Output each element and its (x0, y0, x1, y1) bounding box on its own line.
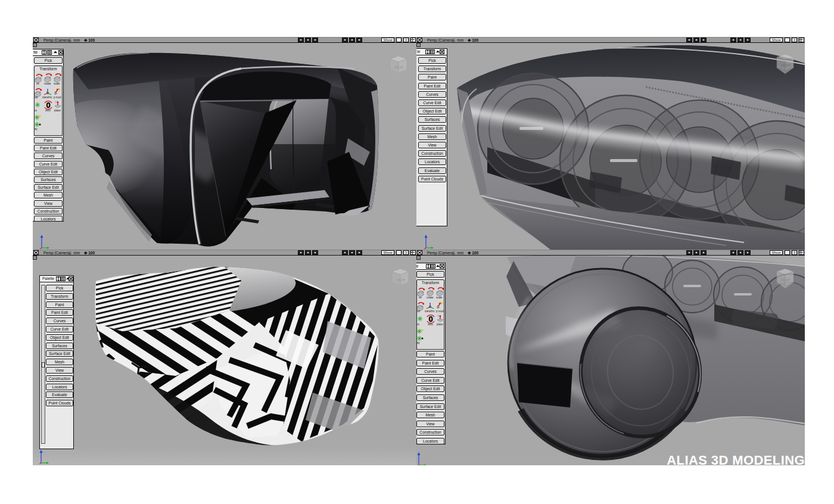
svg-text:ve: ve (419, 296, 422, 299)
svg-text:ay: ay (417, 341, 421, 344)
svg-text:ve: ve (36, 82, 39, 85)
svg-text:transfrm: transfrm (425, 310, 435, 313)
svg-text:place: place (54, 109, 61, 112)
svg-text:zero: zero (45, 109, 51, 112)
svg-text:scale: scale (54, 82, 60, 85)
svg-text:rotate: rotate (44, 82, 51, 85)
svg-text:transfrm: transfrm (42, 96, 52, 99)
svg-text:0: 0 (46, 101, 50, 110)
svg-text:scale: scale (436, 296, 443, 299)
svg-text:FRONT: FRONT (396, 279, 406, 282)
svg-text:ot: ot (417, 323, 420, 326)
svg-text:zero: zero (428, 323, 433, 326)
svg-text:ay: ay (35, 127, 38, 130)
svg-text:p mod: p mod (54, 96, 61, 99)
svg-text:rotate: rotate (427, 296, 434, 299)
svg-text:0: 0 (428, 315, 432, 323)
svg-text:place: place (437, 323, 443, 326)
svg-text:FRONT: FRONT (781, 279, 791, 282)
svg-text:FRONT: FRONT (781, 64, 791, 67)
svg-text:ot: ot (35, 109, 38, 112)
svg-text:p mod: p mod (436, 310, 444, 313)
svg-text:sd: sd (35, 96, 38, 99)
svg-text:sd: sd (417, 310, 420, 313)
svg-text:FRONT: FRONT (394, 66, 404, 69)
